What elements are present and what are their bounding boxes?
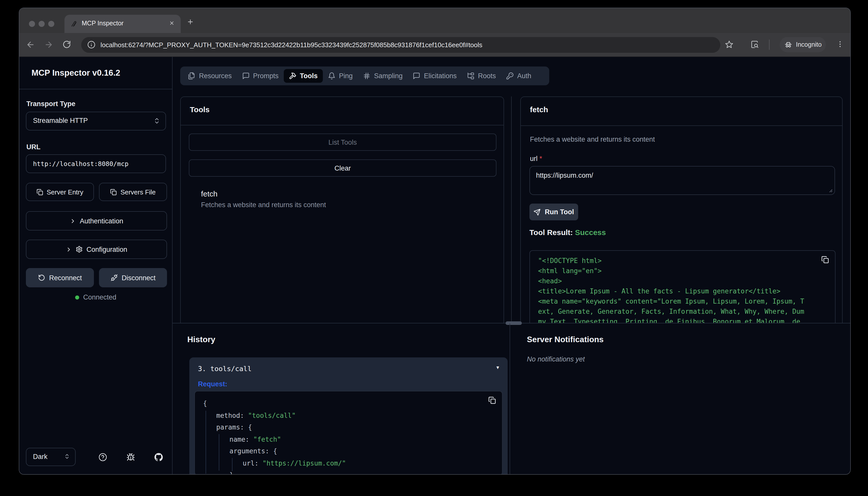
list-tools-button[interactable]: List Tools: [189, 134, 496, 151]
app-content: MCP Inspector v0.16.2 Transport Type Str…: [19, 57, 850, 474]
address-bar[interactable]: localhost:6274/?MCP_PROXY_AUTH_TOKEN=9e7…: [81, 37, 720, 53]
back-icon[interactable]: [26, 40, 35, 49]
reload-icon[interactable]: [62, 40, 71, 49]
window-zoom-button[interactable]: [48, 21, 54, 27]
history-entry-label: 3. tools/call: [198, 365, 252, 373]
bug-icon[interactable]: [126, 453, 135, 462]
request-json-code: {method: "tools/call"params: {name: "fet…: [203, 398, 482, 474]
window-close-button[interactable]: [29, 21, 35, 27]
configuration-label: Configuration: [86, 246, 127, 253]
configuration-button[interactable]: Configuration: [26, 239, 167, 259]
splitter-grip[interactable]: [506, 321, 522, 325]
tab-auth[interactable]: Auth: [501, 69, 537, 83]
tool-detail-description: Fetches a website and returns its conten…: [530, 136, 655, 143]
request-code-block: {method: "tools/call"params: {name: "fet…: [194, 391, 503, 474]
site-info-icon[interactable]: [87, 41, 95, 49]
browser-tab[interactable]: MCP Inspector: [64, 15, 181, 33]
message-square-icon: [413, 72, 420, 80]
main-nav-tabs: Resources Prompts Tools Ping Sampling: [180, 66, 549, 85]
authentication-button[interactable]: Authentication: [26, 211, 167, 231]
browser-tab-strip: MCP Inspector: [19, 8, 850, 33]
chevron-right-icon: [66, 246, 72, 252]
tools-panel-divider: [181, 125, 504, 125]
collapse-caret-icon[interactable]: ▼: [495, 365, 500, 370]
disconnect-button[interactable]: Disconnect: [99, 268, 167, 287]
key-icon: [506, 72, 514, 80]
bookmark-star-icon[interactable]: [725, 40, 733, 49]
connection-status-label: Connected: [83, 293, 116, 301]
window-minimize-button[interactable]: [38, 21, 45, 27]
tab-ping[interactable]: Ping: [323, 69, 358, 83]
incognito-badge: Incognito: [780, 37, 826, 52]
help-icon[interactable]: [98, 453, 107, 462]
tool-result-code: "<!DOCTYPE html><html lang="en"><head><t…: [538, 256, 815, 323]
tab-label: Roots: [478, 72, 496, 80]
servers-file-button[interactable]: Servers File: [99, 183, 167, 201]
tab-prompts[interactable]: Prompts: [237, 69, 284, 83]
tool-result-label: Tool Result: Success: [530, 228, 606, 236]
tools-panel: Tools List Tools Clear fetch Fetches a w…: [180, 96, 504, 323]
screen: MCP Inspector: [0, 0, 868, 496]
tab-title: MCP Inspector: [82, 20, 124, 27]
message-square-icon: [242, 72, 250, 80]
server-url-value: http://localhost:8080/mcp: [33, 160, 128, 168]
textarea-resize-handle[interactable]: [828, 188, 833, 193]
tab-resources[interactable]: Resources: [183, 69, 237, 83]
connected-dot-icon: [75, 295, 79, 299]
new-tab-button[interactable]: [187, 18, 194, 26]
unplug-icon: [110, 274, 117, 281]
send-icon: [534, 208, 541, 216]
browser-menu-kebab-icon[interactable]: [836, 40, 844, 48]
run-tool-label: Run Tool: [545, 208, 574, 216]
tab-label: Ping: [339, 72, 353, 80]
clear-button[interactable]: Clear: [189, 159, 496, 177]
transport-type-label: Transport Type: [27, 100, 75, 108]
reconnect-button[interactable]: Reconnect: [26, 268, 94, 287]
theme-select[interactable]: Dark: [26, 448, 76, 466]
tool-list-item[interactable]: fetch Fetches a website and returns its …: [201, 189, 326, 209]
browser-window: MCP Inspector: [19, 7, 851, 475]
tab-label: Prompts: [253, 72, 279, 80]
clear-label: Clear: [334, 164, 351, 172]
history-entry-card[interactable]: 3. tools/call ▼ Request: {method: "tools…: [189, 357, 508, 474]
list-tools-label: List Tools: [328, 138, 357, 146]
copy-result-icon[interactable]: [821, 256, 829, 263]
tool-detail-divider: [521, 125, 842, 126]
server-entry-button[interactable]: Server Entry: [26, 183, 94, 201]
tool-detail-panel: fetch Fetches a website and returns its …: [520, 96, 842, 323]
incognito-label: Incognito: [796, 41, 822, 48]
notifications-empty-text: No notifications yet: [527, 355, 585, 363]
request-label: Request:: [198, 380, 227, 388]
history-title: History: [187, 335, 215, 344]
tool-result-block: "<!DOCTYPE html><html lang="en"><head><t…: [530, 250, 836, 323]
tool-detail-title: fetch: [530, 105, 548, 114]
browser-toolbar: localhost:6274/?MCP_PROXY_AUTH_TOKEN=9e7…: [19, 33, 850, 57]
tab-label: Sampling: [374, 72, 403, 80]
rotate-ccw-icon: [38, 274, 45, 281]
tab-sampling[interactable]: Sampling: [358, 69, 408, 83]
forward-icon[interactable]: [44, 40, 53, 49]
server-url-input[interactable]: http://localhost:8080/mcp: [26, 154, 166, 173]
incognito-icon: [784, 41, 792, 49]
tool-item-name: fetch: [201, 189, 326, 198]
github-icon[interactable]: [154, 453, 163, 462]
tab-label: Auth: [517, 72, 532, 80]
tab-roots[interactable]: Roots: [462, 69, 501, 83]
panel-vertical-divider[interactable]: [511, 96, 512, 323]
tab-elicitations[interactable]: Elicitations: [408, 69, 462, 83]
app-title: MCP Inspector v0.16.2: [31, 68, 120, 78]
tool-item-description: Fetches a website and returns its conten…: [201, 201, 326, 209]
transport-type-select[interactable]: Streamable HTTP: [26, 112, 166, 130]
notifications-title: Server Notifications: [527, 335, 603, 344]
tab-close-icon[interactable]: [169, 20, 175, 26]
copy-request-icon[interactable]: [488, 397, 496, 404]
side-panel-search-icon[interactable]: [750, 40, 759, 49]
tools-panel-title: Tools: [190, 105, 210, 114]
gear-icon: [76, 246, 83, 253]
folder-tree-icon: [467, 72, 474, 80]
url-param-value: https://lipsum.com/: [536, 172, 593, 179]
run-tool-button[interactable]: Run Tool: [530, 204, 578, 220]
url-param-textarea[interactable]: https://lipsum.com/: [530, 166, 835, 195]
tab-tools[interactable]: Tools: [284, 69, 323, 83]
copy-icon: [36, 189, 43, 195]
